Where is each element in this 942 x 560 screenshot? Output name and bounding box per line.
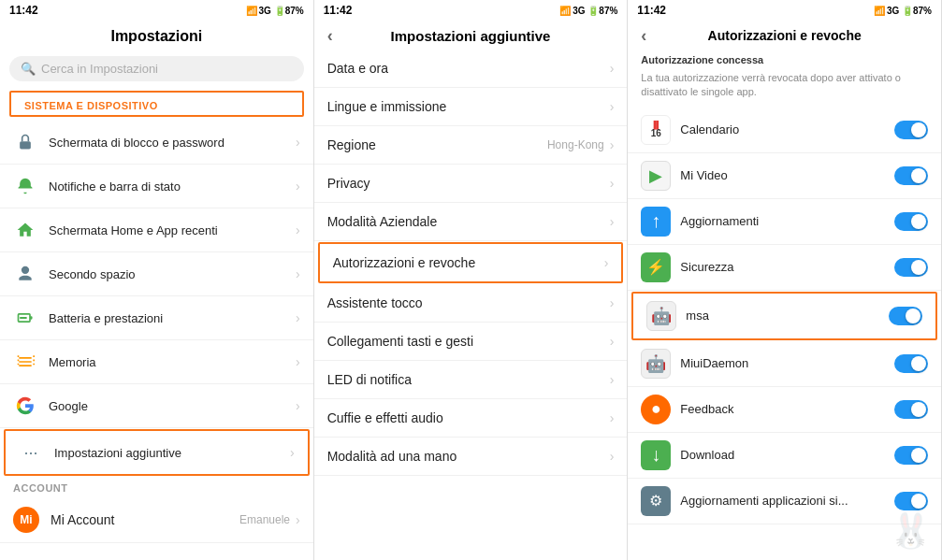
menu-text-lock: Schermata di blocco e password bbox=[49, 136, 296, 150]
text-gesti: Collegamenti tasti e gesti bbox=[327, 334, 610, 349]
auth-item-sicurezza[interactable]: ⚡ Sicurezza bbox=[628, 245, 941, 291]
toggle-sicurezza[interactable] bbox=[894, 258, 928, 277]
mi-logo: Mi bbox=[13, 507, 39, 533]
menu-text-home: Schermata Home e App recenti bbox=[49, 223, 296, 237]
auth-item-calendario[interactable]: ▐▌ 16 Calendario bbox=[628, 108, 941, 153]
toggle-aggiornamenti[interactable] bbox=[894, 212, 928, 231]
menu-item-lock[interactable]: Schermata di blocco e password › bbox=[0, 121, 313, 165]
menu-item-memory[interactable]: Memoria › bbox=[0, 340, 313, 384]
menu-cuffie[interactable]: Cuffie e effetti audio › bbox=[314, 399, 628, 438]
mivideo-icon: ▶ bbox=[641, 161, 671, 191]
aggiornamenti2-icon: ⚙ bbox=[641, 486, 671, 516]
lock-icon bbox=[13, 130, 37, 154]
menu-item-impostazioni-agg[interactable]: ··· Impostazioni aggiuntive › bbox=[4, 429, 310, 476]
toggle-aggiornamenti2[interactable] bbox=[894, 492, 928, 510]
toggle-calendario[interactable] bbox=[894, 121, 928, 139]
menu-privacy[interactable]: Privacy › bbox=[314, 165, 628, 203]
text-assistente: Assistente tocco bbox=[327, 295, 610, 310]
menu-assistente[interactable]: Assistente tocco › bbox=[314, 284, 628, 323]
menu-item-bell[interactable]: Notifiche e barra di stato › bbox=[0, 165, 313, 208]
text-regione: Regione bbox=[327, 137, 547, 152]
msa-icon: 🤖 bbox=[646, 301, 676, 331]
menu-autorizzazioni[interactable]: Autorizzazioni e revoche › bbox=[318, 242, 624, 283]
toggle-download[interactable] bbox=[894, 446, 928, 465]
chevron-assistente: › bbox=[610, 295, 615, 310]
chevron-data-ora: › bbox=[610, 61, 615, 76]
user-icon bbox=[13, 262, 37, 286]
text-data-ora: Data e ora bbox=[327, 61, 610, 76]
signal-icon-2: 📶 bbox=[559, 6, 571, 16]
section-sistema: SISTEMA E DISPOSITIVO bbox=[9, 91, 304, 117]
app-name-download: Download bbox=[680, 448, 894, 462]
text-aziendale: Modalità Aziendale bbox=[327, 214, 610, 229]
menu-mano[interactable]: Modalità ad una mano › bbox=[314, 438, 628, 476]
auth-item-mivideo[interactable]: ▶ Mi Video bbox=[628, 153, 941, 199]
menu-item-battery[interactable]: Batteria e prestazioni › bbox=[0, 296, 313, 340]
auth-item-aggiornamenti2[interactable]: ⚙ Aggiornamenti applicazioni si... bbox=[628, 479, 941, 524]
toggle-miuidaemon[interactable] bbox=[894, 354, 928, 373]
menu-item-user[interactable]: Secondo spazio › bbox=[0, 252, 313, 296]
battery-icon-1: 3G 🔋87% bbox=[259, 6, 304, 16]
auth-item-feedback[interactable]: ● Feedback bbox=[628, 387, 941, 433]
mi-account-item[interactable]: Mi Mi Account Emanuele › bbox=[0, 497, 313, 543]
menu-regione[interactable]: Regione Hong-Kong › bbox=[314, 126, 628, 165]
mi-account-text: Mi Account bbox=[51, 512, 239, 527]
time-2: 11:42 bbox=[324, 4, 353, 17]
battery-icon-2: 3G 🔋87% bbox=[572, 6, 617, 16]
menu-item-home[interactable]: Schermata Home e App recenti › bbox=[0, 208, 313, 252]
chevron-regione: › bbox=[610, 137, 615, 152]
panel1-scroll: Schermata di blocco e password › Notific… bbox=[0, 121, 313, 560]
chevron-autorizzazioni: › bbox=[604, 255, 609, 270]
status-icons-2: 📶 3G 🔋87% bbox=[559, 6, 617, 16]
toggle-feedback[interactable] bbox=[894, 400, 928, 419]
menu-data-ora[interactable]: Data e ora › bbox=[314, 50, 628, 88]
back-arrow-3[interactable]: ‹ bbox=[641, 26, 646, 46]
menu-text-space: Secondo spazio bbox=[49, 267, 296, 281]
menu-text-bell: Notifiche e barra di stato bbox=[49, 179, 296, 194]
chevron-lingue: › bbox=[610, 99, 615, 114]
chevron-space: › bbox=[296, 266, 300, 281]
app-name-aggiornamenti: Aggiornamenti bbox=[680, 214, 894, 228]
text-cuffie: Cuffie e effetti audio bbox=[327, 410, 610, 425]
auth-item-aggiornamenti[interactable]: ↑ Aggiornamenti bbox=[628, 199, 941, 245]
menu-led[interactable]: LED di notifica › bbox=[314, 361, 628, 399]
chevron-memory: › bbox=[296, 354, 300, 369]
miuidaemon-icon: 🤖 bbox=[641, 349, 671, 379]
text-lingue: Lingue e immissione bbox=[327, 99, 610, 114]
time-1: 11:42 bbox=[9, 4, 38, 17]
chevron-agg: › bbox=[290, 445, 295, 460]
auth-item-download[interactable]: ↓ Download bbox=[628, 433, 941, 479]
chevron-gesti: › bbox=[610, 334, 615, 349]
download-icon: ↓ bbox=[641, 440, 671, 470]
google-icon bbox=[13, 394, 37, 418]
auth-item-msa[interactable]: 🤖 msa bbox=[631, 292, 937, 340]
page-header-3: ‹ Autorizzazioni e revoche bbox=[628, 21, 941, 49]
text-autorizzazioni: Autorizzazioni e revoche bbox=[333, 255, 604, 270]
chevron-privacy: › bbox=[610, 176, 615, 191]
auth-item-miuidaemon[interactable]: 🤖 MiuiDaemon bbox=[628, 341, 941, 387]
signal-icon-1: 📶 bbox=[246, 6, 257, 16]
search-bar[interactable]: 🔍 Cerca in Impostazioni bbox=[9, 56, 304, 81]
chevron-cuffie: › bbox=[610, 410, 615, 425]
chevron-lock: › bbox=[296, 135, 300, 150]
menu-gesti[interactable]: Collegamenti tasti e gesti › bbox=[314, 323, 628, 361]
menu-item-google[interactable]: Google › bbox=[0, 384, 313, 428]
chevron-led: › bbox=[610, 372, 615, 387]
app-name-feedback: Feedback bbox=[680, 402, 894, 416]
chevron-home: › bbox=[296, 223, 300, 237]
menu-lingue[interactable]: Lingue e immissione › bbox=[314, 88, 628, 126]
toggle-mivideo[interactable] bbox=[894, 166, 928, 185]
sicurezza-icon: ⚡ bbox=[641, 252, 671, 282]
page-title-1: Impostazioni bbox=[110, 28, 202, 45]
menu-aziendale[interactable]: Modalità Aziendale › bbox=[314, 203, 628, 241]
chevron-bell: › bbox=[296, 179, 300, 194]
menu-text-memory: Memoria bbox=[49, 355, 296, 369]
status-icons-1: 📶 3G 🔋87% bbox=[246, 6, 304, 16]
panel2-scroll: Data e ora › Lingue e immissione › Regio… bbox=[314, 50, 628, 560]
chevron-mano: › bbox=[610, 449, 615, 464]
calendario-icon: ▐▌ 16 bbox=[641, 115, 671, 145]
chevron-aziendale: › bbox=[610, 214, 615, 229]
account-section-label: ACCOUNT bbox=[0, 477, 313, 497]
toggle-msa[interactable] bbox=[889, 307, 922, 325]
back-arrow-2[interactable]: ‹ bbox=[327, 26, 333, 46]
